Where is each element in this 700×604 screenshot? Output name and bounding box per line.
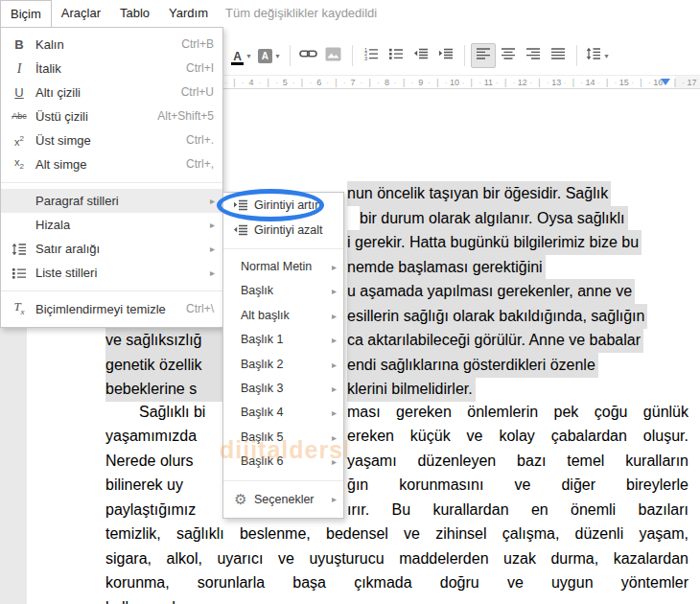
format-menu-item-9[interactable]: Satır aralığı▸ <box>1 237 222 261</box>
ruler-tick: | <box>538 77 540 88</box>
menu-item-shortcut: Ctrl+. <box>186 128 214 152</box>
insert-image-button[interactable] <box>321 43 346 68</box>
line-spacing-icon <box>7 237 32 261</box>
submenu-arrow-icon: ▸ <box>332 377 337 401</box>
text-color-button[interactable]: A▼ <box>228 43 255 68</box>
format-menu-item-12[interactable]: TxBiçimlendirmeyi temizleCtrl+\ <box>1 297 222 321</box>
format-menu-item-8[interactable]: Hizala▸ <box>1 213 222 237</box>
styles-menu-item-13[interactable]: ⚙Seçenekler▸ <box>223 487 343 512</box>
watermark: dijitaldershane <box>220 436 347 464</box>
indent-less-button[interactable] <box>408 43 433 68</box>
styles-menu-item-5[interactable]: Alt başlık▸ <box>223 304 343 328</box>
format-menu-item-4[interactable]: x2Üst simgeCtrl+. <box>1 128 222 152</box>
format-menu-item-7[interactable]: Paragraf stilleri▸ <box>1 189 222 213</box>
menu-item-label: Altı çizili <box>35 85 81 100</box>
submenu-arrow-icon: ▸ <box>332 255 337 279</box>
document-text-fragment: kullanmadır. <box>105 597 188 604</box>
styles-menu-item-6[interactable]: Başlık 1▸ <box>223 328 343 352</box>
align-justify-button[interactable] <box>546 43 571 68</box>
styles-menu-item-1[interactable]: Girintiyi azalt <box>223 218 343 243</box>
menu-item-shortcut: Ctrl+U <box>181 81 214 105</box>
ruler-tick: · <box>292 77 295 88</box>
ruler-tick: · <box>461 77 464 88</box>
menu-item-shortcut: Ctrl+B <box>181 33 214 57</box>
styles-menu-item-7[interactable]: Başlık 2▸ <box>223 353 343 377</box>
format-menu-item-0[interactable]: BKalınCtrl+B <box>1 33 222 57</box>
submenu-arrow-icon: ▸ <box>332 401 337 425</box>
document-text-fragment: i gerekir. Hatta bugünkü bilgilerimiz bi… <box>347 230 642 255</box>
styles-menu-item-4[interactable]: Başlık▸ <box>223 279 343 303</box>
document-text-fragment: korunma, sorunlarla başa çıkmada doğru v… <box>105 572 688 592</box>
align-center-button[interactable] <box>496 43 521 68</box>
dropdown-caret-icon: ▼ <box>245 53 252 59</box>
styles-menu-item-8[interactable]: Başlık 3▸ <box>223 377 343 401</box>
document-text-fragment: ğın korunmasını ve diğer bireylerle <box>347 475 688 495</box>
align-right-icon <box>525 46 541 65</box>
subscript-icon: x2 <box>7 152 32 176</box>
menubar-item-3[interactable]: Yardım <box>159 0 218 27</box>
format-menu-item-1[interactable]: IİtalikCtrl+I <box>1 57 222 81</box>
ruler-tick: · <box>597 77 600 88</box>
document-text-fragment: yaşamımızda <box>105 426 197 446</box>
ruler-number: 10 <box>450 77 459 88</box>
ruler-tick: | <box>640 77 642 88</box>
toolbar-separator <box>290 45 291 66</box>
document-text-fragment: nemde başlaması gerektiğini <box>347 255 546 280</box>
ruler-tick: · <box>682 77 685 88</box>
menu-separator <box>223 480 343 481</box>
highlight-color-button[interactable]: A▼ <box>255 43 284 68</box>
document-text-fragment: Sağlıklı bi <box>139 402 205 422</box>
menu-item-label: Başlık 2 <box>241 358 283 371</box>
bold-icon: B <box>7 33 32 57</box>
format-menu: BKalınCtrl+BIİtalikCtrl+IUAltı çiziliCtr… <box>0 27 223 328</box>
align-right-button[interactable] <box>521 43 546 68</box>
numbered-list-button[interactable]: 123 <box>359 43 384 68</box>
insert-image-icon <box>325 47 341 65</box>
ruler-tick: · <box>360 77 362 88</box>
indent-more-button[interactable] <box>433 43 458 68</box>
document-text-fragment: klerini bilmelidirler. <box>347 377 476 402</box>
ruler-number: 17 <box>688 77 697 88</box>
paragraph-styles-submenu: Girintiyi artırGirintiyi azaltNormal Met… <box>222 192 344 519</box>
document-text-fragment: ması gereken önlemlerin pek çoğu günlük <box>347 402 688 422</box>
menu-item-label: Satır aralığı <box>35 242 100 256</box>
format-menu-item-2[interactable]: UAltı çiziliCtrl+U <box>1 81 222 105</box>
superscript-icon: x2 <box>7 128 32 152</box>
ruler-number: 14 <box>585 77 595 88</box>
document-text-fragment: ca aktarılabileceği görülür. Anne ve bab… <box>347 328 643 353</box>
ruler-tick: · <box>547 77 549 88</box>
ruler-tick: | <box>335 77 337 88</box>
document-text-fragment: ırır. Bu kurallardan en önemli bazıları <box>347 499 688 520</box>
submenu-arrow-icon: ▸ <box>210 213 215 237</box>
ruler-tick: · <box>326 77 329 88</box>
submenu-arrow-icon: ▸ <box>332 487 337 512</box>
align-justify-icon <box>550 46 566 65</box>
menubar: BiçimAraçlarTabloYardım Tüm değişiklikle… <box>0 0 700 27</box>
ruler-tick: | <box>301 77 303 88</box>
insert-link-button[interactable] <box>296 43 321 68</box>
format-menu-item-10[interactable]: Liste stilleri▸ <box>1 261 222 285</box>
styles-menu-item-9[interactable]: Başlık 4▸ <box>223 401 343 425</box>
ruler-tick: · <box>242 77 245 88</box>
menu-item-label: Hizala <box>35 218 70 232</box>
ruler-number: 11 <box>484 77 493 88</box>
bulleted-list-button[interactable] <box>384 43 408 68</box>
menubar-item-2[interactable]: Tablo <box>110 0 159 27</box>
ruler-number: 6 <box>316 77 321 88</box>
line-spacing-button[interactable]: ▼ <box>583 43 613 68</box>
menu-separator <box>223 248 343 249</box>
document-text-fragment: Nerede olurs <box>105 451 194 471</box>
ruler-tick: | <box>674 77 676 88</box>
align-left-button[interactable] <box>471 43 496 68</box>
menubar-item-1[interactable]: Araçlar <box>52 0 110 27</box>
menu-item-label: Alt başlık <box>241 309 290 322</box>
styles-menu-item-3[interactable]: Normal Metin▸ <box>223 255 343 279</box>
ruler-tick: | <box>369 77 371 88</box>
menu-item-label: Başlık 1 <box>241 333 283 346</box>
format-menu-item-3[interactable]: AbcÜstü çiziliAlt+Shift+5 <box>1 105 222 128</box>
ruler-indent-marker[interactable] <box>661 79 670 85</box>
format-menu-item-5[interactable]: x2Alt simgeCtrl+, <box>1 152 222 176</box>
menubar-item-0[interactable]: Biçim <box>0 0 52 27</box>
document-text-fragment: bilinerek uy <box>105 475 183 495</box>
strikethrough-icon: Abc <box>7 105 32 128</box>
